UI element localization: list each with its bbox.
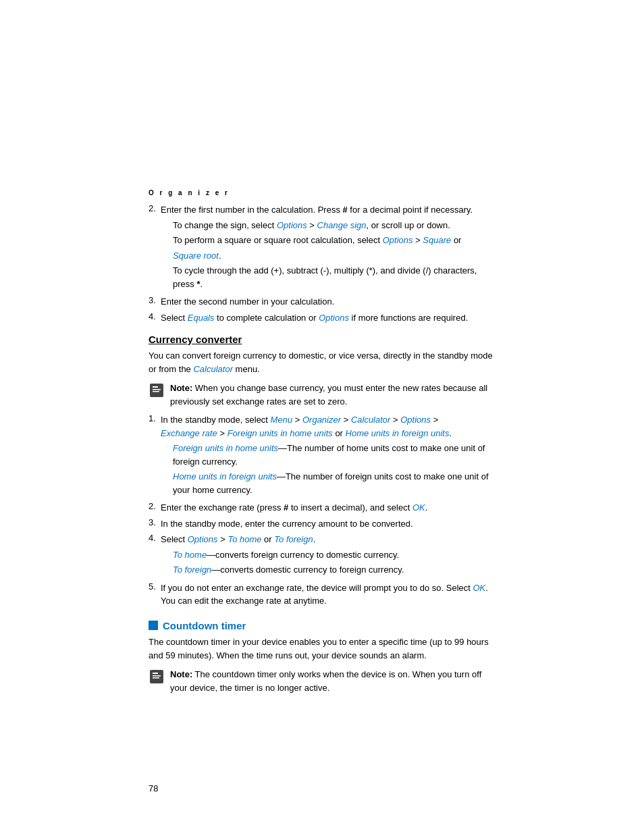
options-link-2: Options (383, 235, 413, 245)
step-4: 4. Select Equals to complete calculation… (149, 311, 495, 325)
square-link: Square (423, 235, 451, 245)
currency-step-4: 4. Select Options > To home or To foreig… (149, 533, 495, 579)
countdown-heading-wrap: Countdown timer (149, 620, 495, 631)
ok-link-1: OK (412, 502, 425, 513)
foreign-units-home-link-2: Foreign units in home units (173, 443, 278, 453)
step2-sub1: To change the sign, select Options > Cha… (173, 219, 495, 232)
note-icon-1 (149, 382, 165, 398)
currency-step-1: 1. In the standby mode, select Menu > Or… (149, 413, 495, 498)
currency-step-2: 2. Enter the exchange rate (press # to i… (149, 501, 495, 515)
currency-step4-sub2: To foreign—converts domestic currency to… (173, 563, 495, 577)
svg-rect-3 (153, 391, 159, 392)
currency-heading: Currency converter (149, 334, 495, 345)
step-3: 3. Enter the second number in your calcu… (149, 295, 495, 309)
home-units-foreign-link: Home units in foreign units (346, 428, 450, 438)
options-link-5: Options (188, 534, 218, 544)
currency-step-3: 3. In the standby mode, enter the curren… (149, 517, 495, 531)
currency-intro: You can convert foreign currency to dome… (149, 349, 495, 376)
step-2: 2. Enter the first number in the calcula… (149, 203, 495, 292)
svg-rect-7 (153, 675, 161, 677)
square-root-link: Square root (173, 251, 219, 261)
step2-sub3: To cycle through the add (+), subtract (… (173, 264, 495, 290)
currency-step-5: 5. If you do not enter an exchange rate,… (149, 581, 495, 608)
blue-square-icon (149, 621, 158, 630)
countdown-heading: Countdown timer (163, 620, 246, 631)
currency-step1-sub1: Foreign units in home units—The number o… (173, 442, 495, 468)
options-link-3: Options (319, 313, 349, 323)
step2-text: Enter the first number in the calculatio… (161, 205, 473, 215)
step3-text: Enter the second number in your calculat… (161, 295, 495, 309)
svg-rect-2 (153, 389, 161, 390)
organizer-link: Organizer (302, 415, 341, 425)
page-number: 78 (149, 783, 158, 793)
note-1-text: Note: When you change base currency, you… (170, 382, 495, 408)
note-2-text: Note: The countdown timer only works whe… (170, 668, 495, 694)
currency-step1-sub2: Home units in foreign units—The number o… (173, 470, 495, 496)
home-units-foreign-link-2: Home units in foreign units (173, 471, 277, 481)
section-label: O r g a n i z e r (149, 189, 495, 197)
menu-link: Menu (271, 415, 293, 425)
step2-sub2: To perform a square or square root calcu… (173, 234, 495, 247)
equals-link: Equals (188, 313, 215, 323)
step2-sub2-cont: Square root. (173, 249, 495, 263)
note-icon-2 (149, 669, 165, 685)
change-sign-link: Change sign (317, 220, 367, 230)
countdown-intro: The countdown timer in your device enabl… (149, 635, 495, 662)
calculator-link-2: Calculator (351, 415, 391, 425)
ok-link-2: OK (473, 583, 486, 593)
to-home-link: To home (227, 534, 261, 544)
calculator-link: Calculator (193, 364, 233, 374)
note-box-2: Note: The countdown timer only works whe… (149, 668, 495, 694)
svg-rect-1 (153, 386, 158, 388)
foreign-units-home-link: Foreign units in home units (227, 428, 333, 438)
options-link-4: Options (400, 415, 431, 425)
currency-step4-sub1: To home—converts foreign currency to dom… (173, 548, 495, 562)
to-foreign-link: To foreign (274, 534, 313, 544)
note-box-1: Note: When you change base currency, you… (149, 382, 495, 408)
to-home-link-2: To home (173, 550, 207, 560)
options-link-1: Options (277, 220, 307, 230)
svg-rect-6 (153, 673, 158, 674)
page-content: O r g a n i z e r 2. Enter the first num… (0, 0, 644, 834)
svg-rect-8 (153, 677, 159, 679)
to-foreign-link-2: To foreign (173, 565, 211, 575)
exchange-rate-link: Exchange rate (161, 428, 217, 438)
